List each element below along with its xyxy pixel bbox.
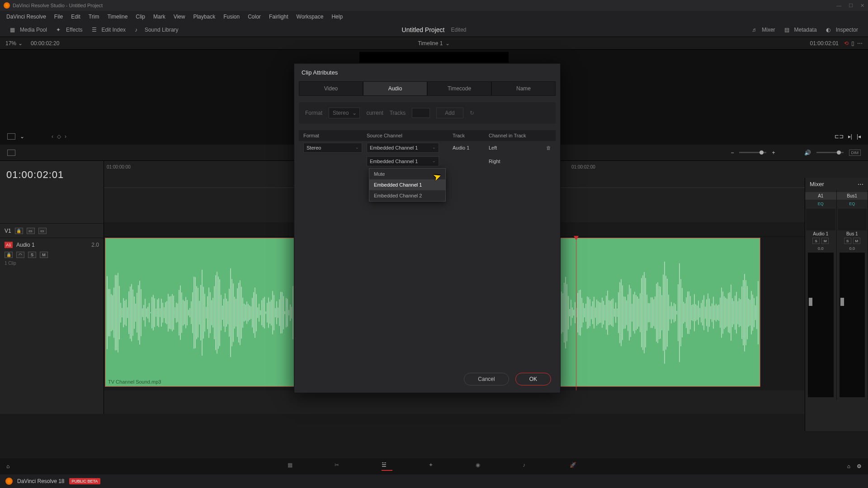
audio-track-header[interactable]: A1 Audio 1 2.0 🔒 ◠ S M 1 Clip [0,238,104,268]
options-icon[interactable]: ⋯ [857,40,863,47]
mute-button[interactable]: M [40,252,48,258]
single-viewer-icon[interactable]: ▯ [851,40,854,47]
edit-page-icon[interactable]: ☱ [382,462,392,471]
menu-clip[interactable]: Clip [132,12,149,21]
tab-name[interactable]: Name [491,81,556,96]
eq-button[interactable]: EQ [837,200,868,208]
settings-icon[interactable]: ⚙ [857,463,862,469]
menu-help[interactable]: Help [328,12,346,21]
loop-icon[interactable]: |◂ [857,133,861,140]
timeline-view-icon[interactable] [7,150,15,156]
menu-option-ch1[interactable]: Embedded Channel 1 [369,179,445,190]
project-home-icon[interactable]: ⌂ [847,463,850,469]
eq-button[interactable]: EQ [805,200,836,208]
playhead[interactable] [576,237,576,390]
maximize-icon[interactable]: ☐ [849,3,853,9]
fader-handle[interactable] [840,298,844,306]
menu-option-ch2[interactable]: Embedded Channel 2 [369,190,445,201]
mute-button[interactable]: M [821,238,829,244]
next-clip-icon[interactable]: › [65,133,66,140]
cancel-button[interactable]: Cancel [464,373,509,385]
edit-index-button[interactable]: ☰Edit Index [87,27,130,33]
prev-clip-icon[interactable]: ‹ [52,133,53,140]
zoom-level[interactable]: 17% [5,40,16,47]
match-frame-icon[interactable]: ⊏⊐ [835,133,844,140]
viewer-mode-icon[interactable] [7,133,15,140]
add-button[interactable]: Add [436,108,463,118]
mute-button[interactable]: M [853,238,860,244]
menu-mark[interactable]: Mark [150,12,169,21]
menu-fairlight[interactable]: Fairlight [265,12,292,21]
effects-button[interactable]: ✦Effects [52,27,87,33]
marker-icon[interactable]: ◇ [57,133,61,140]
playhead-timecode: 01:00:02:01 [0,161,104,189]
video-track-header[interactable]: V1 🔒 ▭ ▭ [0,223,104,238]
menu-workspace[interactable]: Workspace [293,12,327,21]
viewer-canvas [359,52,509,63]
lock-icon[interactable]: 🔒 [15,228,23,234]
trash-icon[interactable]: 🗑 [546,145,551,150]
curve-icon[interactable]: ◠ [16,252,24,258]
eq-strip[interactable] [838,209,867,230]
mixer-button[interactable]: ♬Mixer [747,27,779,33]
menu-view[interactable]: View [170,12,189,21]
ok-button[interactable]: OK [515,373,551,385]
menu-playback[interactable]: Playback [189,12,219,21]
solo-button[interactable]: S [844,238,851,244]
tracks-input[interactable] [412,108,430,118]
level-meter[interactable] [840,253,865,397]
inspector-button[interactable]: ◐Inspector [821,27,863,33]
level-meter[interactable] [808,253,834,397]
window-title: DaVinci Resolve Studio - Untitled Projec… [13,3,103,8]
bypass-icon[interactable]: ⟲ [844,40,849,47]
menu-color[interactable]: Color [244,12,264,21]
volume-slider[interactable] [816,152,844,153]
main-toolbar: ▦Media Pool ✦Effects ☰Edit Index ♪Sound … [0,23,868,37]
tab-timecode[interactable]: Timecode [427,81,491,96]
tab-audio[interactable]: Audio [363,81,427,96]
sound-library-button[interactable]: ♪Sound Library [130,27,183,33]
color-page-icon[interactable]: ◉ [476,462,486,471]
timeline-name[interactable]: Timeline 1 [418,40,443,47]
menu-trim[interactable]: Trim [85,12,103,21]
options-icon[interactable]: ⋯ [858,181,863,188]
chevron-down-icon[interactable]: ⌄ [445,40,450,47]
source-channel-dropdown[interactable]: Embedded Channel 1⌄ [367,156,439,166]
fairlight-page-icon[interactable]: ♪ [523,462,533,471]
zoom-out-icon[interactable]: − [731,150,734,156]
menu-file[interactable]: File [51,12,66,21]
metadata-button[interactable]: ▤Metadata [780,27,821,33]
disable-icon[interactable]: ▭ [27,228,35,234]
reset-icon[interactable]: ↻ [470,110,474,116]
menu-fusion[interactable]: Fusion [220,12,243,21]
disable-icon[interactable]: ▭ [38,228,47,234]
menu-edit[interactable]: Edit [67,12,84,21]
chevron-down-icon[interactable]: ⌄ [20,133,24,140]
dim-button[interactable]: DIM [849,150,861,156]
menu-davinci[interactable]: DaVinci Resolve [3,12,50,21]
lock-icon[interactable]: 🔒 [5,252,13,258]
format-dropdown[interactable]: Stereo⌄ [303,143,362,153]
tab-video[interactable]: Video [299,81,363,96]
fusion-page-icon[interactable]: ✦ [429,462,439,471]
chevron-down-icon[interactable]: ⌄ [18,40,23,47]
media-pool-button[interactable]: ▦Media Pool [5,27,52,33]
solo-button[interactable]: S [28,252,36,258]
deliver-page-icon[interactable]: 🚀 [570,462,580,471]
solo-button[interactable]: S [812,238,820,244]
fader-handle[interactable] [809,298,812,306]
menu-timeline[interactable]: Timeline [104,12,131,21]
track-selector[interactable]: A1 [5,242,13,248]
source-channel-dropdown[interactable]: Embedded Channel 1⌄ [367,143,439,153]
close-icon[interactable]: ✕ [860,3,864,9]
eq-strip[interactable] [806,209,835,230]
zoom-in-icon[interactable]: + [772,150,775,156]
format-select[interactable]: Stereo⌄ [329,108,360,118]
speaker-icon[interactable]: 🔊 [804,150,811,156]
media-page-icon[interactable]: ▦ [288,462,298,471]
home-icon[interactable]: ⌂ [6,463,9,469]
cut-page-icon[interactable]: ✂ [335,462,345,471]
zoom-slider[interactable] [739,152,766,153]
minimize-icon[interactable]: — [836,3,841,9]
jump-end-icon[interactable]: ▸| [848,133,852,140]
